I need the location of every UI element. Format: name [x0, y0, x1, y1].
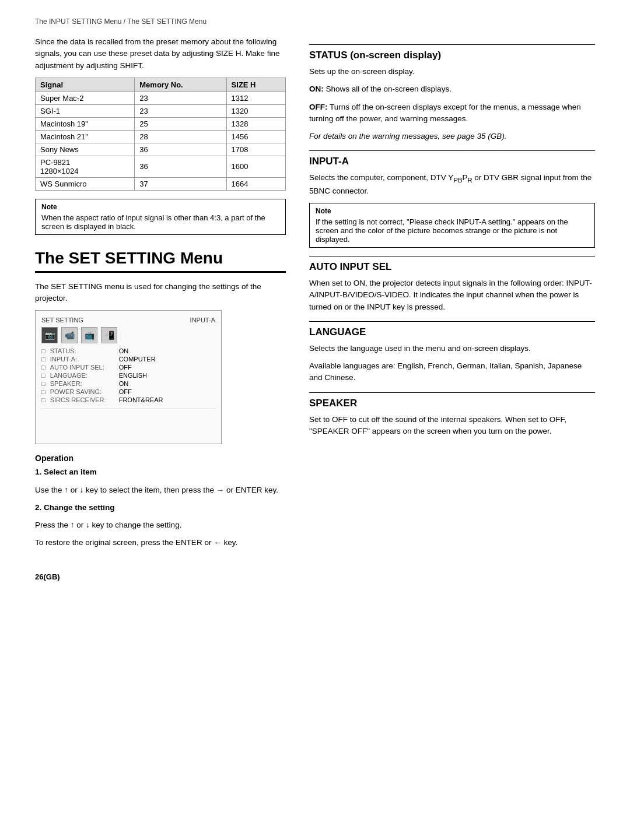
language-text2: Available languages are: English, French… — [309, 360, 595, 384]
step1-text: Use the ↑ or ↓ key to select the item, t… — [35, 484, 286, 496]
status-on-label: ON: — [309, 85, 324, 93]
right-column: STATUS (on-screen display) Sets up the o… — [309, 36, 595, 555]
menu-item-row: □INPUT-A:COMPUTER — [41, 355, 215, 363]
table-row: Sony News361708 — [36, 143, 286, 156]
table-cell: 36 — [135, 156, 226, 177]
menu-item-key: SIRCS RECEIVER: — [50, 396, 114, 403]
menu-item-val: COMPUTER — [119, 356, 156, 363]
menu-item-val: OFF — [119, 364, 132, 371]
sub-r: R — [467, 177, 472, 184]
note-text-1: When the aspect ratio of input signal is… — [41, 213, 279, 231]
step2-heading: 2. Change the setting — [35, 502, 286, 514]
operation-heading: Operation — [35, 454, 286, 463]
menu-item-key: POWER SAVING: — [50, 388, 114, 395]
table-cell: WS Sunmicro — [36, 177, 135, 190]
status-heading: STATUS (on-screen display) — [309, 50, 595, 61]
table-cell: Macintosh 21" — [36, 130, 135, 143]
page-footer: 26(GB) — [35, 572, 595, 581]
set-setting-intro: The SET SETTING menu is used for changin… — [35, 281, 286, 305]
table-row: Macintosh 21"281456 — [36, 130, 286, 143]
menu-icons-row: 📷 📹 📺 📲 — [41, 327, 215, 343]
note-title-input-a: Note — [316, 207, 589, 215]
language-heading: LANGUAGE — [309, 326, 595, 338]
status-note-italic: For details on the warning messages, see… — [309, 131, 595, 142]
table-row: Macintosh 19"251328 — [36, 117, 286, 130]
menu-dot: □ — [41, 396, 46, 403]
sub-pb: PB — [453, 177, 462, 184]
table-cell: Macintosh 19" — [36, 117, 135, 130]
divider-auto-input — [309, 256, 595, 256]
menu-item-row: □SIRCS RECEIVER:FRONT&REAR — [41, 396, 215, 404]
table-cell: 1312 — [226, 92, 285, 104]
table-cell: 36 — [135, 143, 226, 156]
col-memory: Memory No. — [135, 78, 226, 92]
language-text1: Selects the language used in the menu an… — [309, 343, 595, 354]
status-off-label: OFF: — [309, 103, 328, 111]
left-column: Since the data is recalled from the pres… — [35, 36, 286, 555]
menu-item-key: LANGUAGE: — [50, 372, 114, 379]
menu-dot: □ — [41, 364, 46, 371]
table-cell: 25 — [135, 117, 226, 130]
note-aspect-ratio: Note When the aspect ratio of input sign… — [35, 199, 286, 235]
menu-icon-2: 📹 — [61, 327, 78, 343]
table-cell: SGI-1 — [36, 104, 135, 117]
table-cell: 28 — [135, 130, 226, 143]
input-a-text: Selects the computer, component, DTV YPB… — [309, 172, 595, 197]
menu-item-key: STATUS: — [50, 347, 114, 354]
table-row: PC-98211280×1024361600 — [36, 156, 286, 177]
table-row: Super Mac-2231312 — [36, 92, 286, 104]
menu-dot: □ — [41, 380, 46, 387]
menu-item-val: FRONT&REAR — [119, 396, 163, 403]
status-text1: Sets up the on-screen display. — [309, 66, 595, 78]
signal-table: Signal Memory No. SIZE H Super Mac-22313… — [35, 78, 286, 191]
menu-item-val: ENGLISH — [119, 372, 147, 379]
menu-item-val: ON — [119, 347, 129, 354]
menu-dot: □ — [41, 356, 46, 363]
step1-heading: 1. Select an item — [35, 466, 286, 478]
status-off: OFF: Turns off the on-screen displays ex… — [309, 101, 595, 125]
menu-display-box: SET SETTING INPUT-A 📷 📹 📺 📲 □STATUS:ON□I… — [35, 310, 222, 444]
menu-header: SET SETTING INPUT-A — [41, 317, 215, 324]
table-cell: 1328 — [226, 117, 285, 130]
step2-text2: To restore the original screen, press th… — [35, 537, 286, 549]
page-suffix: (GB) — [43, 572, 60, 581]
note-input-a: Note If the setting is not correct, "Ple… — [309, 203, 595, 248]
table-cell: 1320 — [226, 104, 285, 117]
menu-icon-1: 📷 — [41, 327, 58, 343]
menu-icon-4: 📲 — [101, 327, 117, 343]
menu-item-row: □STATUS:ON — [41, 347, 215, 355]
divider-language — [309, 321, 595, 322]
page-number: 26 — [35, 572, 43, 581]
divider-speaker — [309, 392, 595, 393]
breadcrumb: The INPUT SETTING Menu / The SET SETTING… — [35, 17, 595, 26]
input-a-heading: INPUT-A — [309, 156, 595, 167]
status-on-text: Shows all of the on-screen displays. — [326, 85, 452, 93]
auto-input-text: When set to ON, the projector detects in… — [309, 277, 595, 313]
col-sizeh: SIZE H — [226, 78, 285, 92]
menu-icon-3: 📺 — [81, 327, 97, 343]
operation-section: Operation 1. Select an item Use the ↑ or… — [35, 454, 286, 549]
note-text-input-a: If the setting is not correct, "Please c… — [316, 217, 589, 244]
menu-item-row: □LANGUAGE:ENGLISH — [41, 371, 215, 379]
status-off-text: Turns off the on-screen displays except … — [309, 103, 581, 123]
divider-status — [309, 44, 595, 45]
menu-item-val: ON — [119, 380, 129, 387]
menu-item-row: □POWER SAVING:OFF — [41, 388, 215, 396]
step2-text1: Press the ↑ or ↓ key to change the setti… — [35, 519, 286, 531]
status-on: ON: Shows all of the on-screen displays. — [309, 83, 595, 95]
table-cell: 37 — [135, 177, 226, 190]
menu-dot: □ — [41, 347, 46, 354]
speaker-heading: SPEAKER — [309, 398, 595, 409]
speaker-text: Set to OFF to cut off the sound of the i… — [309, 414, 595, 438]
intro-paragraph: Since the data is recalled from the pres… — [35, 36, 286, 72]
menu-bottom-area — [41, 409, 215, 438]
menu-dot: □ — [41, 372, 46, 379]
menu-header-right: INPUT-A — [190, 317, 215, 324]
table-cell: Sony News — [36, 143, 135, 156]
menu-dot: □ — [41, 388, 46, 395]
table-cell: PC-98211280×1024 — [36, 156, 135, 177]
set-setting-heading: The SET SETTING Menu — [35, 249, 286, 273]
auto-input-heading: AUTO INPUT SEL — [309, 261, 595, 273]
table-cell: 1708 — [226, 143, 285, 156]
table-row: WS Sunmicro371664 — [36, 177, 286, 190]
